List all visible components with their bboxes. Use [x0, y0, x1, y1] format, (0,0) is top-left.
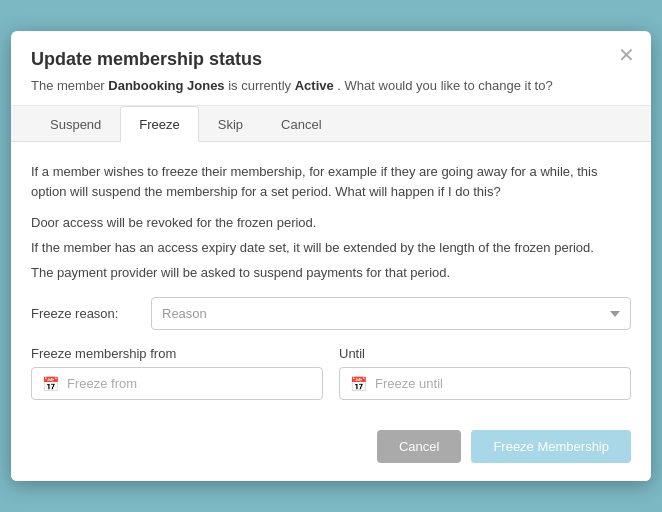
- reason-select-wrapper: Reason Holiday Medical Other: [151, 297, 631, 330]
- reason-select[interactable]: Reason Holiday Medical Other: [151, 297, 631, 330]
- member-name: Danbooking Jones: [108, 78, 224, 93]
- calendar-from-icon: 📅: [42, 376, 59, 392]
- info-item-2: If the member has an access expiry date …: [31, 238, 631, 259]
- cancel-button[interactable]: Cancel: [377, 430, 461, 463]
- until-label: Until: [339, 346, 631, 361]
- subtitle-pre: The member: [31, 78, 108, 93]
- overlay: Update membership status The member Danb…: [0, 0, 662, 512]
- subtitle-post: . What would you like to change it to?: [334, 78, 553, 93]
- modal-footer: Cancel Freeze Membership: [11, 416, 651, 481]
- from-date-group: Freeze membership from 📅: [31, 346, 323, 400]
- tab-freeze[interactable]: Freeze: [120, 106, 198, 142]
- reason-row: Freeze reason: Reason Holiday Medical Ot…: [31, 297, 631, 330]
- tab-suspend[interactable]: Suspend: [31, 106, 120, 142]
- dates-row: Freeze membership from 📅 Until 📅: [31, 346, 631, 400]
- subtitle-mid: is currently: [225, 78, 295, 93]
- reason-label: Freeze reason:: [31, 306, 131, 321]
- info-list: Door access will be revoked for the froz…: [31, 213, 631, 283]
- tab-skip[interactable]: Skip: [199, 106, 262, 142]
- from-input-wrapper: 📅: [31, 367, 323, 400]
- tabs-bar: Suspend Freeze Skip Cancel: [11, 106, 651, 142]
- close-button[interactable]: ✕: [618, 45, 635, 65]
- freeze-from-input[interactable]: [67, 368, 312, 399]
- modal-subtitle: The member Danbooking Jones is currently…: [31, 78, 631, 93]
- info-item-3: The payment provider will be asked to su…: [31, 263, 631, 284]
- freeze-membership-button[interactable]: Freeze Membership: [471, 430, 631, 463]
- dates-section: Freeze membership from 📅 Until 📅: [31, 346, 631, 400]
- modal-dialog: Update membership status The member Danb…: [11, 31, 651, 482]
- calendar-until-icon: 📅: [350, 376, 367, 392]
- modal-body: If a member wishes to freeze their membe…: [11, 142, 651, 417]
- freeze-until-input[interactable]: [375, 368, 620, 399]
- member-status: Active: [295, 78, 334, 93]
- tab-cancel[interactable]: Cancel: [262, 106, 340, 142]
- modal-header: Update membership status The member Danb…: [11, 31, 651, 106]
- modal-title: Update membership status: [31, 49, 631, 70]
- info-paragraph: If a member wishes to freeze their membe…: [31, 162, 631, 204]
- until-date-group: Until 📅: [339, 346, 631, 400]
- from-label: Freeze membership from: [31, 346, 323, 361]
- until-input-wrapper: 📅: [339, 367, 631, 400]
- info-item-1: Door access will be revoked for the froz…: [31, 213, 631, 234]
